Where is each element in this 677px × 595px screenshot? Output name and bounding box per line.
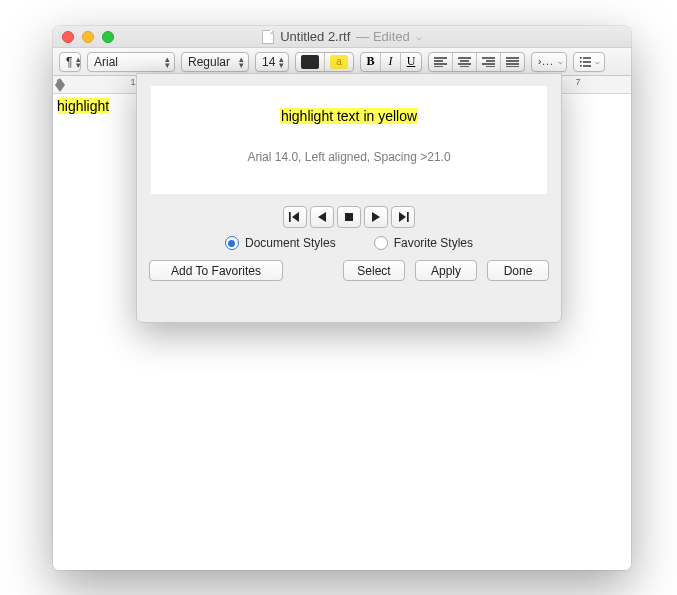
window-controls xyxy=(53,31,114,43)
textedit-window: Untitled 2.rtf — Edited ⌵ ¶ ▴▾ Arial ▴▾ … xyxy=(53,26,631,570)
paragraph-icon: ¶ xyxy=(66,55,72,69)
radio-label: Document Styles xyxy=(245,236,336,250)
font-size-value: 14 xyxy=(262,55,275,69)
list-style-select[interactable]: ⌵ xyxy=(573,52,605,72)
stepper-icon: ▴▾ xyxy=(239,56,244,68)
done-button[interactable]: Done xyxy=(487,260,549,281)
ruler-first-line-indent[interactable] xyxy=(55,85,65,92)
close-window-button[interactable] xyxy=(62,31,74,43)
svg-marker-24 xyxy=(318,212,326,222)
previous-style-button[interactable] xyxy=(310,206,334,228)
svg-rect-28 xyxy=(407,212,409,222)
color-group: a xyxy=(295,52,354,72)
styles-sheet: highlight text in yellow Arial 14.0, Lef… xyxy=(136,73,562,323)
next-style-button[interactable] xyxy=(364,206,388,228)
highlight-color-swatch: a xyxy=(330,55,348,69)
style-preview: highlight text in yellow Arial 14.0, Lef… xyxy=(151,86,547,194)
font-family-value: Arial xyxy=(94,55,118,69)
select-button[interactable]: Select xyxy=(343,260,405,281)
highlight-color-button[interactable]: a xyxy=(325,53,353,71)
zoom-window-button[interactable] xyxy=(102,31,114,43)
radio-label: Favorite Styles xyxy=(394,236,473,250)
first-style-button[interactable] xyxy=(283,206,307,228)
style-navigation xyxy=(137,206,561,228)
ruler-label: 7 xyxy=(575,77,580,87)
svg-marker-27 xyxy=(399,212,406,222)
align-left-button[interactable] xyxy=(429,53,453,71)
style-source-radios: Document Styles Favorite Styles xyxy=(137,236,561,250)
preview-description: Arial 14.0, Left aligned, Spacing >21.0 xyxy=(247,150,450,164)
bold-button[interactable]: B xyxy=(361,53,381,71)
text-style-group: B I U xyxy=(360,52,422,72)
align-center-button[interactable] xyxy=(453,53,477,71)
font-family-select[interactable]: Arial ▴▾ xyxy=(87,52,175,72)
window-title: Untitled 2.rtf — Edited ⌵ xyxy=(53,29,631,44)
stepper-icon: ▴▾ xyxy=(76,56,81,68)
list-icon xyxy=(580,57,591,67)
titlebar: Untitled 2.rtf — Edited ⌵ xyxy=(53,26,631,48)
paragraph-style-select[interactable]: ¶ ▴▾ xyxy=(59,52,81,72)
format-toolbar: ¶ ▴▾ Arial ▴▾ Regular ▴▾ 14 ▴▾ a B I U xyxy=(53,48,631,76)
favorite-styles-radio[interactable]: Favorite Styles xyxy=(374,236,473,250)
svg-rect-25 xyxy=(345,213,353,221)
apply-button[interactable]: Apply xyxy=(415,260,477,281)
stepper-icon: ▴▾ xyxy=(279,56,284,68)
underline-button[interactable]: U xyxy=(401,53,421,71)
chevron-down-icon: ⌵ xyxy=(595,57,600,66)
italic-button[interactable]: I xyxy=(381,53,401,71)
radio-off-icon xyxy=(374,236,388,250)
last-style-button[interactable] xyxy=(391,206,415,228)
svg-marker-23 xyxy=(292,212,299,222)
font-style-value: Regular xyxy=(188,55,230,69)
align-right-button[interactable] xyxy=(477,53,501,71)
vertical-scrollbar[interactable] xyxy=(616,94,631,570)
minimize-window-button[interactable] xyxy=(82,31,94,43)
spacing-icon: ›... xyxy=(538,56,554,67)
text-color-button[interactable] xyxy=(296,53,325,71)
radio-on-icon xyxy=(225,236,239,250)
line-spacing-select[interactable]: ›... ⌵ xyxy=(531,52,567,72)
font-size-select[interactable]: 14 ▴▾ xyxy=(255,52,289,72)
svg-rect-22 xyxy=(289,212,291,222)
chevron-down-icon[interactable]: ⌵ xyxy=(416,31,422,42)
font-style-select[interactable]: Regular ▴▾ xyxy=(181,52,249,72)
add-to-favorites-button[interactable]: Add To Favorites xyxy=(149,260,283,281)
preview-sample-text: highlight text in yellow xyxy=(280,108,418,124)
document-text[interactable]: highlight xyxy=(57,98,109,114)
chevron-down-icon: ⌵ xyxy=(558,57,563,66)
svg-rect-20 xyxy=(580,61,582,63)
stop-button[interactable] xyxy=(337,206,361,228)
document-icon xyxy=(262,30,274,44)
sheet-button-row: Add To Favorites Select Apply Done xyxy=(137,260,561,291)
svg-marker-26 xyxy=(372,212,380,222)
ruler-label: 1 xyxy=(130,77,135,87)
text-color-swatch xyxy=(301,55,319,69)
document-styles-radio[interactable]: Document Styles xyxy=(225,236,336,250)
ruler-left-indent[interactable] xyxy=(55,78,65,85)
document-edited-status: — Edited xyxy=(356,29,409,44)
svg-rect-21 xyxy=(580,65,582,67)
document-name: Untitled 2.rtf xyxy=(280,29,350,44)
stepper-icon: ▴▾ xyxy=(165,56,170,68)
alignment-group xyxy=(428,52,525,72)
align-justify-button[interactable] xyxy=(501,53,524,71)
svg-rect-19 xyxy=(580,57,582,59)
